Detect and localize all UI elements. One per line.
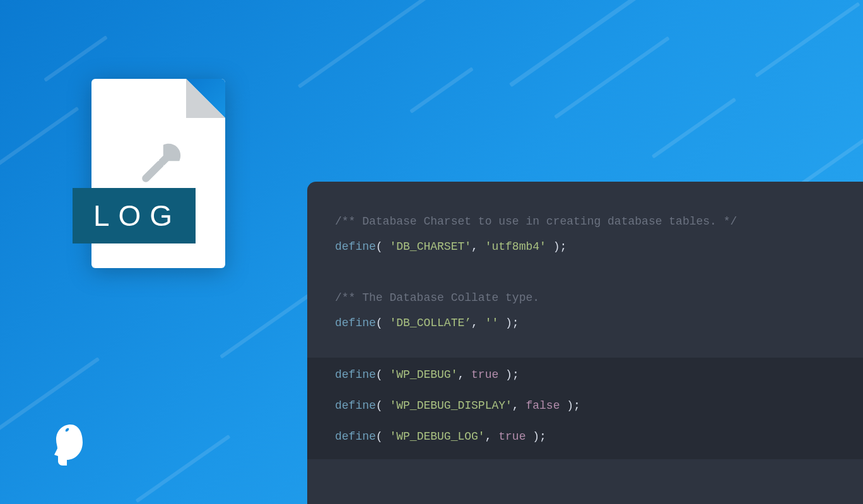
highlighted-code-block: define( 'WP_DEBUG', true ); define( 'WP_…: [307, 358, 863, 459]
log-badge-label: LOG: [87, 199, 181, 233]
log-file-icon: LOG: [91, 79, 225, 268]
code-comment: /** The Database Collate type.: [335, 290, 835, 307]
file-fold: [186, 79, 225, 118]
log-badge: LOG: [73, 188, 196, 243]
code-line-define-wpdebuglog: define( 'WP_DEBUG_LOG', true );: [335, 428, 835, 445]
code-line-define-charset: define( 'DB_CHARSET', 'utf8mb4' );: [335, 238, 835, 255]
code-editor-panel: /** Database Charset to use in creating …: [307, 182, 863, 504]
code-line-define-wpdebug: define( 'WP_DEBUG', true );: [335, 366, 835, 384]
svg-rect-0: [141, 159, 166, 184]
brand-head-icon: [52, 422, 87, 467]
code-comment: /** Database Charset to use in creating …: [335, 213, 835, 230]
code-line-define-wpdebugdisplay: define( 'WP_DEBUG_DISPLAY', false );: [335, 397, 835, 414]
code-line-define-collate: define( 'DB_COLLATE’, '' );: [335, 315, 835, 332]
